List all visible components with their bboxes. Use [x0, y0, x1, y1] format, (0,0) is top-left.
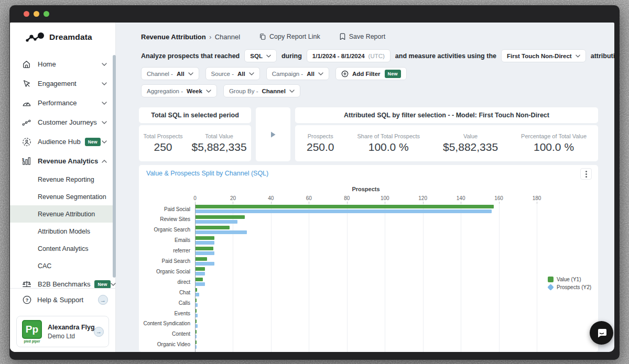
filter-chip-source[interactable]: Source -All: [205, 67, 260, 80]
legend-prospects-entry[interactable]: Prospects (Y2): [548, 284, 591, 290]
value-bar[interactable]: [196, 267, 205, 271]
filter-chip-group-by[interactable]: Group By -Channel: [223, 84, 300, 97]
help-support-button[interactable]: ? Help & Support →: [10, 288, 115, 311]
help-support-label: Help & Support: [37, 296, 83, 304]
prospects-bar[interactable]: [196, 241, 214, 245]
value-bar[interactable]: [196, 236, 214, 240]
prospects-bar[interactable]: [196, 272, 205, 275]
prospects-bar[interactable]: [196, 230, 247, 234]
axis-tick-label: 40: [268, 195, 274, 201]
value-bar[interactable]: [196, 247, 213, 250]
sidebar-item-revenue-analytics[interactable]: $Revenue Analytics: [10, 151, 115, 171]
dreamdata-logo[interactable]: Dreamdata: [26, 31, 92, 43]
dreamdata-logo-icon: [26, 31, 45, 43]
new-badge: New: [85, 138, 101, 146]
total-sql-card: Total SQL in selected period Total Prosp…: [139, 107, 251, 161]
legend-value-entry[interactable]: Value (Y1): [548, 277, 591, 282]
axis-tick-label: 80: [344, 195, 350, 201]
chart-title[interactable]: Value & Prospects Split by Channel (SQL): [146, 170, 268, 177]
sidebar-scrollbar-thumb[interactable]: [113, 55, 116, 278]
add-filter-button[interactable]: Add FilterNew: [335, 67, 407, 80]
axis-tick-label: 20: [230, 195, 236, 201]
sidebar-item-engagement[interactable]: Engagement: [10, 74, 115, 93]
sidebar-subitem-content-analytics[interactable]: Content Analytics: [10, 240, 115, 257]
prospects-bar[interactable]: [196, 251, 214, 255]
user-account-card[interactable]: Pp pied piper Alexandra Flyg... Demo Ltd…: [16, 316, 109, 347]
value-bar[interactable]: [196, 330, 197, 334]
sidebar-item-customer-journeys[interactable]: Customer Journeys: [10, 113, 115, 132]
chart-legend: Value (Y1) Prospects (Y2): [548, 277, 591, 292]
gridline: [423, 204, 424, 352]
attribution-model-select[interactable]: First Touch Non-Direct: [501, 49, 586, 62]
sidebar-item-performance[interactable]: Performance: [10, 93, 115, 113]
sidebar-subitem-revenue-attribution[interactable]: Revenue Attribution: [10, 205, 115, 223]
sidebar-subitem-attribution-models[interactable]: Attribution Models: [10, 223, 115, 240]
chart-menu-button[interactable]: [580, 168, 592, 180]
prospects-bar[interactable]: [196, 220, 237, 224]
window-titlebar: [9, 5, 620, 23]
prospects-bar[interactable]: [196, 345, 197, 349]
category-label: referrer: [139, 248, 190, 253]
gridline: [461, 204, 461, 352]
value-bar[interactable]: [196, 257, 207, 261]
category-label: Organic Search: [139, 227, 190, 233]
date-range-select[interactable]: 1/1/2024 - 8/1/2024 (UTC): [307, 49, 391, 62]
help-arrow-icon[interactable]: →: [98, 295, 108, 305]
expand-panel-button[interactable]: [256, 107, 290, 161]
sidebar-subitem-cac[interactable]: CAC: [10, 257, 115, 274]
zoom-window-button[interactable]: [44, 11, 49, 17]
value-series-marker: [548, 277, 554, 282]
breadcrumb: Revenue Attribution › Channel: [141, 32, 240, 41]
value-bar[interactable]: [196, 319, 197, 323]
axis-tick-label: 60: [306, 195, 312, 201]
sidebar-item-home[interactable]: Home: [10, 54, 115, 74]
prospects-series-marker: [547, 284, 554, 291]
bookmark-icon: [339, 33, 346, 40]
copy-report-link-button[interactable]: Copy Report Link: [259, 33, 320, 40]
filter-chip-channel[interactable]: Channel -All: [141, 67, 199, 80]
filter-chip-campaign[interactable]: Campaign -All: [266, 67, 329, 80]
pied-piper-logo-icon: Pp: [22, 320, 42, 339]
prospects-bar[interactable]: [196, 262, 214, 266]
category-label: Events: [139, 311, 190, 316]
prospects-bar[interactable]: [196, 209, 492, 213]
prospects-bar[interactable]: [196, 314, 198, 317]
value-bar[interactable]: [196, 288, 197, 292]
filter-chip-aggregation[interactable]: Aggregation -Week: [141, 84, 217, 97]
chevron-down-icon: [289, 90, 295, 93]
prospects-bar[interactable]: [196, 303, 198, 307]
desktop-background: Dreamdata HomeEngagementPerformanceCusto…: [0, 0, 629, 364]
chat-launcher-button[interactable]: [590, 321, 613, 345]
value-bar[interactable]: [196, 299, 197, 302]
category-label: Paid Social: [139, 206, 190, 212]
gridline: [499, 204, 500, 352]
category-label: Review Sites: [139, 216, 190, 222]
breadcrumb-parent[interactable]: Revenue Attribution: [141, 33, 206, 41]
minimize-window-button[interactable]: [34, 11, 39, 17]
category-label: Organic Video: [139, 341, 190, 347]
value-bar[interactable]: [196, 340, 197, 344]
sidebar-subitem-revenue-segmentation[interactable]: Revenue Segmentation: [10, 188, 115, 205]
close-window-button[interactable]: [24, 11, 29, 17]
svg-text:?: ?: [26, 297, 28, 303]
sidebar-item-audience-hub[interactable]: Audience HubNew: [10, 132, 115, 151]
prospects-bar[interactable]: [196, 282, 205, 286]
value-bar[interactable]: [196, 278, 203, 281]
user-company: Demo Ltd: [48, 333, 89, 340]
stage-select[interactable]: SQL: [244, 49, 277, 62]
save-report-button[interactable]: Save Report: [339, 33, 385, 40]
prospects-bar[interactable]: [196, 293, 199, 296]
axis-tick-label: 160: [494, 195, 503, 201]
user-name: Alexandra Flyg...: [48, 324, 89, 331]
value-bar[interactable]: [196, 205, 494, 208]
value-bar[interactable]: [196, 226, 230, 229]
value-bar[interactable]: [196, 215, 245, 219]
sidebar-subitem-revenue-reporting[interactable]: Revenue Reporting: [10, 171, 115, 188]
prospects-bar[interactable]: [196, 335, 197, 338]
total-sql-card-title: Total SQL in selected period: [139, 107, 251, 123]
axis-tick-label: 0: [193, 195, 197, 201]
account-arrow-icon[interactable]: →: [94, 327, 104, 337]
prospects-bar[interactable]: [196, 324, 198, 328]
chevron-down-icon: [111, 283, 116, 286]
value-bar[interactable]: [196, 309, 197, 313]
